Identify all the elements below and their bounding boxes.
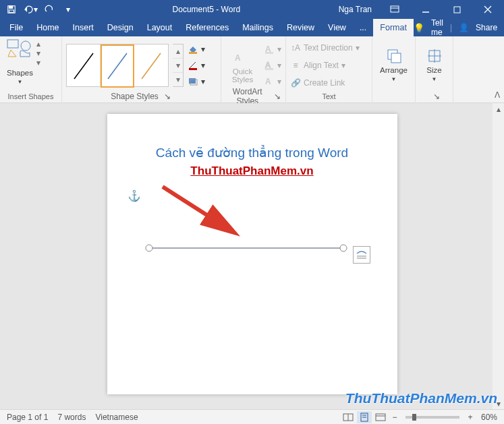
page-indicator[interactable]: Page 1 of 1 (7, 413, 48, 422)
zoom-in-button[interactable]: + (465, 413, 476, 422)
style-scroll-up[interactable]: ▴ (173, 44, 183, 59)
tab-format[interactable]: Format (373, 19, 414, 36)
document-name: Document5 (173, 5, 214, 14)
close-button[interactable] (474, 0, 501, 19)
align-text-icon: ≡ (290, 60, 301, 71)
style-more[interactable]: ▾ (173, 73, 183, 86)
tab-mailings[interactable]: Mailings (235, 19, 280, 36)
window-title: Document5 - Word (80, 5, 333, 14)
shapes-button[interactable]: Shapes ▼ (4, 69, 33, 86)
svg-line-12 (74, 53, 93, 79)
tab-review[interactable]: Review (280, 19, 321, 36)
document-page[interactable]: Cách vẽ đường thẳng trong Word ThuThuatP… (107, 114, 397, 394)
zoom-out-button[interactable]: − (389, 413, 400, 422)
style-preset-2[interactable] (101, 44, 134, 88)
group-wordart-styles: A Quick Styles A▾ A▾ A▾ WordArt Styles↘ (221, 36, 286, 103)
minimize-button[interactable] (412, 0, 439, 19)
text-direction-button: ↕AText Direction ▾ (290, 41, 360, 55)
gallery-scroll-up[interactable]: ▴ (36, 39, 46, 49)
size-launcher[interactable]: ↘ (432, 92, 441, 101)
tab-insert[interactable]: Insert (66, 19, 101, 36)
quick-styles-button: A Quick Styles (225, 47, 260, 84)
zoom-thumb[interactable] (412, 414, 416, 421)
shape-effects-button[interactable]: ▾ (188, 75, 205, 88)
anchor-icon: ⚓ (128, 189, 141, 202)
size-icon (426, 47, 443, 65)
svg-rect-2 (9, 10, 14, 13)
web-layout-button[interactable] (373, 411, 388, 423)
language-indicator[interactable]: Vietnamese (95, 413, 138, 422)
svg-text:A: A (265, 77, 271, 86)
selected-line-shape[interactable] (145, 243, 347, 253)
svg-line-32 (163, 187, 230, 230)
group-size: Size ▼ ↘ (416, 36, 453, 103)
lightbulb-icon: 💡 (414, 23, 424, 33)
tab-view[interactable]: View (321, 19, 353, 36)
qat-customize-button[interactable]: ▾ (59, 1, 77, 18)
shape-style-gallery[interactable] (66, 44, 169, 87)
scroll-up-button[interactable]: ▴ (493, 103, 504, 115)
gallery-scroll-down[interactable]: ▾ (36, 49, 46, 58)
ribbon: ▴ ▾ ▾ Shapes ▼ Insert Shapes ▴ ▾ ▾ (0, 36, 504, 103)
print-layout-button[interactable] (357, 411, 372, 423)
arrange-icon (385, 47, 403, 65)
user-name[interactable]: Nga Tran (333, 5, 377, 14)
save-button[interactable] (3, 1, 20, 18)
zoom-slider[interactable] (405, 416, 459, 419)
align-text-button: ≡Align Text ▾ (290, 59, 360, 72)
share-icon: 👤 (459, 23, 469, 32)
arrange-button[interactable]: Arrange ▼ (376, 47, 411, 84)
word-count[interactable]: 7 words (57, 413, 86, 422)
svg-line-13 (108, 53, 127, 79)
shape-styles-launcher[interactable]: ↘ (163, 92, 172, 101)
document-area[interactable]: Cách vẽ đường thẳng trong Word ThuThuatP… (0, 103, 504, 409)
share-button[interactable]: Share (476, 23, 497, 32)
style-preset-1[interactable] (67, 44, 101, 88)
group-label-text: Text (290, 91, 368, 102)
create-link-button: 🔗Create Link (290, 76, 360, 90)
svg-point-35 (340, 245, 347, 251)
svg-rect-9 (7, 40, 18, 48)
svg-rect-27 (391, 53, 401, 63)
vertical-scrollbar[interactable]: ▴ ▾ (493, 103, 504, 409)
style-preset-3[interactable] (134, 44, 168, 88)
maximize-button[interactable] (443, 0, 470, 19)
group-insert-shapes: ▴ ▾ ▾ Shapes ▼ Insert Shapes (0, 36, 62, 103)
group-label-shape-styles: Shape Styles (111, 92, 159, 101)
link-icon: 🔗 (290, 78, 301, 88)
tell-me[interactable]: Tell me (431, 18, 443, 37)
style-scroll-down[interactable]: ▾ (173, 59, 183, 73)
tab-design[interactable]: Design (101, 19, 140, 36)
wordart-launcher[interactable]: ↘ (274, 92, 281, 101)
tab-home[interactable]: Home (30, 19, 65, 36)
ribbon-display-options-button[interactable] (381, 0, 408, 19)
collapse-ribbon-button[interactable]: ᐱ (495, 90, 500, 100)
tab-layout[interactable]: Layout (140, 19, 179, 36)
quick-styles-icon: A (233, 47, 252, 66)
read-mode-button[interactable] (341, 411, 356, 423)
annotation-arrow (156, 181, 271, 242)
tab-references[interactable]: References (179, 19, 235, 36)
recent-shapes-icon[interactable] (7, 39, 34, 58)
layout-options-button[interactable] (353, 246, 370, 264)
zoom-level[interactable]: 60% (481, 413, 497, 422)
tab-file[interactable]: File (3, 19, 30, 36)
ribbon-tabs: File Home Insert Design Layout Reference… (0, 19, 504, 36)
svg-rect-6 (454, 7, 460, 13)
text-outline-button: A▾ (264, 59, 281, 72)
group-arrange: Arrange ▼ (372, 36, 416, 103)
svg-point-10 (21, 41, 30, 51)
redo-button[interactable] (40, 1, 58, 18)
text-fill-button: A▾ (264, 42, 281, 56)
shape-outline-button[interactable]: ▾ (188, 59, 205, 72)
tab-addins[interactable]: ... (353, 19, 373, 36)
gallery-more[interactable]: ▾ (36, 58, 46, 67)
shape-fill-button[interactable]: ▾ (188, 42, 205, 56)
svg-rect-17 (189, 68, 197, 70)
text-direction-icon: ↕A (290, 42, 301, 53)
watermark-text: ThuThuatPhanMem.vn (345, 390, 497, 406)
document-link-text: ThuThuatPhanMem.vn (132, 164, 373, 178)
undo-button[interactable]: ▾ (22, 1, 39, 18)
title-bar: ▾ ▾ Document5 - Word Nga Tran (0, 0, 504, 19)
size-button[interactable]: Size ▼ (420, 47, 449, 84)
